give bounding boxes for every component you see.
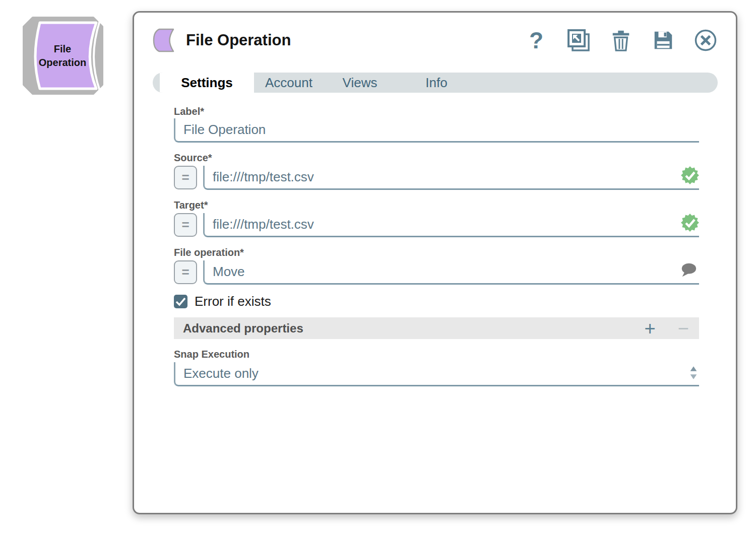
advanced-properties-title: Advanced properties bbox=[183, 321, 303, 336]
label-input[interactable]: File Operation bbox=[174, 118, 699, 143]
snap-execution-select[interactable]: Execute only bbox=[174, 362, 699, 386]
tab-account-label: Account bbox=[265, 75, 312, 91]
comment-bubble-icon[interactable] bbox=[680, 262, 697, 278]
target-expression-toggle[interactable]: = bbox=[174, 213, 197, 237]
advanced-properties-bar: Advanced properties + − bbox=[174, 317, 699, 339]
source-expression-toggle[interactable]: = bbox=[174, 166, 197, 189]
source-field-row: = file:///tmp/test.csv bbox=[174, 166, 699, 190]
save-button[interactable] bbox=[651, 28, 675, 52]
tab-info[interactable]: Info bbox=[396, 73, 477, 93]
remove-row-icon[interactable]: − bbox=[678, 319, 689, 338]
tab-info-label: Info bbox=[425, 75, 447, 91]
dialog-toolbar: ? bbox=[524, 28, 718, 52]
valid-check-badge-icon bbox=[681, 214, 699, 232]
source-input[interactable]: file:///tmp/test.csv bbox=[203, 166, 699, 190]
dialog-title: File Operation bbox=[186, 31, 291, 49]
equals-icon: = bbox=[181, 217, 189, 233]
error-if-exists-label: Error if exists bbox=[195, 294, 271, 309]
export-icon bbox=[566, 28, 591, 52]
operation-field-row: = Move bbox=[174, 260, 699, 285]
snap-settings-dialog: File Operation ? bbox=[133, 11, 737, 514]
export-button[interactable] bbox=[566, 28, 591, 52]
tab-settings[interactable]: Settings bbox=[160, 73, 254, 93]
equals-icon: = bbox=[181, 170, 189, 185]
target-field-label: Target* bbox=[174, 199, 699, 211]
operation-select[interactable]: Move bbox=[203, 260, 699, 285]
label-input-value: File Operation bbox=[183, 122, 266, 138]
select-spinner-icon[interactable] bbox=[689, 365, 698, 381]
target-input-value: file:///tmp/test.csv bbox=[213, 217, 314, 232]
error-if-exists-checkbox[interactable] bbox=[174, 295, 187, 308]
operation-select-value: Move bbox=[213, 264, 245, 280]
error-if-exists-row: Error if exists bbox=[174, 294, 699, 309]
delete-button[interactable] bbox=[609, 28, 633, 52]
label-field-label: Label* bbox=[174, 105, 699, 117]
close-button[interactable] bbox=[694, 28, 718, 52]
target-input[interactable]: file:///tmp/test.csv bbox=[203, 213, 699, 237]
trash-icon bbox=[609, 29, 633, 52]
snap-mini-icon bbox=[153, 28, 177, 52]
dialog-header: File Operation ? bbox=[134, 13, 736, 53]
snap-execution-label: Snap Execution bbox=[174, 348, 699, 360]
help-button[interactable]: ? bbox=[524, 28, 548, 52]
tab-views[interactable]: Views bbox=[324, 73, 396, 93]
snap-tile-file-operation[interactable]: File Operation bbox=[23, 17, 103, 95]
snap-execution-row: Execute only bbox=[174, 362, 699, 386]
operation-expression-toggle[interactable]: = bbox=[174, 260, 197, 284]
tab-bar: Settings Account Views Info bbox=[153, 73, 718, 93]
add-row-icon[interactable]: + bbox=[645, 319, 656, 338]
settings-form: Label* File Operation Source* = file:///… bbox=[174, 105, 699, 386]
operation-field-label: File operation* bbox=[174, 246, 699, 258]
tab-views-label: Views bbox=[343, 75, 377, 91]
tab-account[interactable]: Account bbox=[254, 73, 324, 93]
valid-check-badge-icon bbox=[681, 166, 699, 184]
source-input-value: file:///tmp/test.csv bbox=[213, 169, 314, 185]
label-field-row: File Operation bbox=[174, 118, 699, 143]
tab-settings-label: Settings bbox=[181, 75, 233, 91]
target-field-row: = file:///tmp/test.csv bbox=[174, 213, 699, 237]
checkmark-icon bbox=[174, 295, 187, 308]
snap-tile-label: File Operation bbox=[32, 17, 93, 95]
equals-icon: = bbox=[181, 264, 189, 280]
close-icon bbox=[694, 28, 718, 52]
help-icon: ? bbox=[529, 28, 543, 52]
source-field-label: Source* bbox=[174, 152, 699, 164]
snap-execution-value: Execute only bbox=[183, 366, 259, 381]
save-icon bbox=[652, 29, 675, 52]
